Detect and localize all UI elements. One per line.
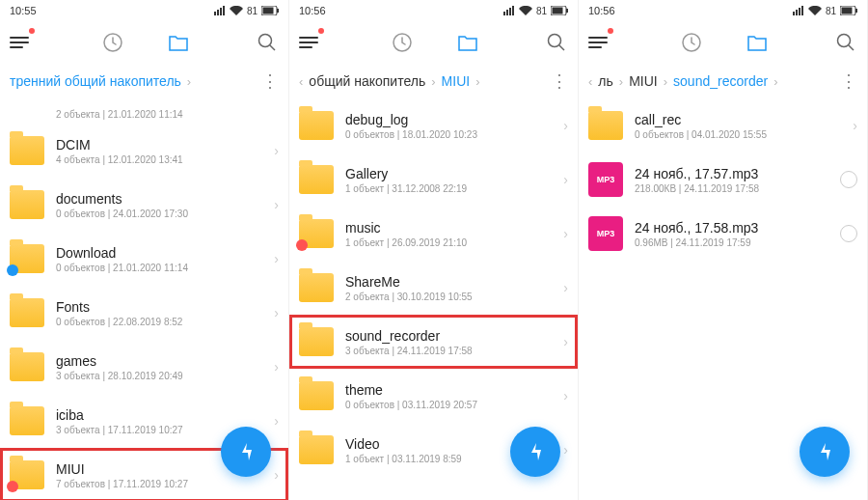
folder-name: DCIM [56, 137, 262, 153]
breadcrumb[interactable]: тренний общий накопитель › ⋮ [0, 64, 288, 98]
svg-rect-7 [566, 9, 568, 13]
crumb-current[interactable]: sound_recorder [673, 73, 768, 89]
select-radio[interactable] [840, 225, 857, 242]
file-row[interactable]: MP3 24 нояб., 17.57.mp3218.00КВ | 24.11.… [579, 153, 867, 207]
fab-button[interactable] [800, 427, 850, 477]
folder-icon [588, 111, 623, 140]
folder-row-highlighted[interactable]: sound_recorder3 объекта | 24.11.2019 17:… [289, 315, 578, 369]
folder-row[interactable]: ShareMe2 объекта | 30.10.2019 10:55 › [289, 261, 578, 315]
chevron-right-icon: › [274, 305, 279, 320]
menu-button[interactable] [10, 30, 35, 55]
breadcrumb-path: тренний общий накопитель › [10, 73, 250, 89]
tab-recent-icon[interactable] [391, 31, 414, 54]
svg-rect-2 [277, 9, 279, 13]
signal-icon [503, 6, 515, 15]
breadcrumb[interactable]: ‹ общий накопитель › MIUI › ⋮ [289, 64, 578, 98]
tab-folder-icon[interactable] [746, 31, 769, 54]
battery-icon [261, 6, 279, 15]
file-row[interactable]: MP3 24 нояб., 17.58.mp30.96МВ | 24.11.20… [579, 207, 867, 261]
menu-button[interactable] [588, 30, 613, 55]
crumb-parent[interactable]: ль [598, 73, 612, 89]
crumb-current[interactable]: тренний общий накопитель [10, 73, 181, 89]
phone-screen-1: 10:55 81 тренний общий накопитель › [0, 0, 289, 500]
breadcrumb-path: ‹ ль › MIUI › sound_recorder › [588, 73, 828, 89]
search-button[interactable] [545, 31, 568, 54]
chevron-right-icon: › [563, 118, 568, 133]
battery-text: 81 [536, 6, 547, 16]
toolbar [289, 21, 578, 64]
folder-name: ShareMe [345, 274, 552, 290]
svg-rect-6 [553, 8, 563, 14]
svg-rect-11 [842, 8, 853, 14]
folder-meta: 3 объекта | 28.10.2019 20:49 [56, 371, 262, 381]
chevron-right-icon: › [431, 74, 435, 89]
chevron-left-icon: ‹ [299, 74, 303, 89]
breadcrumb[interactable]: ‹ ль › MIUI › sound_recorder › ⋮ [579, 64, 867, 98]
chevron-right-icon: › [274, 359, 279, 375]
more-icon[interactable]: ⋮ [840, 70, 857, 92]
statusbar-right: 81 [503, 6, 568, 16]
crumb-parent[interactable]: MIUI [629, 73, 658, 89]
tab-folder-icon[interactable] [456, 31, 479, 54]
chevron-right-icon: › [619, 74, 623, 89]
clean-icon [524, 440, 547, 463]
folder-meta: 3 объекта | 24.11.2019 17:58 [345, 346, 552, 356]
mp3-icon: MP3 [588, 162, 623, 197]
folder-icon [299, 165, 334, 194]
tab-recent-icon[interactable] [680, 31, 703, 54]
folder-icon [10, 406, 44, 435]
folder-row[interactable]: debug_log0 объектов | 18.01.2020 10:23 › [289, 98, 578, 153]
menu-button[interactable] [299, 30, 324, 55]
folder-row[interactable]: Fonts0 объектов | 22.08.2019 8:52 › [0, 286, 288, 340]
chevron-left-icon: ‹ [588, 74, 592, 89]
folder-row[interactable]: theme0 объектов | 03.11.2019 20:57 › [289, 369, 578, 423]
more-icon[interactable]: ⋮ [551, 70, 568, 92]
search-button[interactable] [834, 31, 857, 54]
wifi-icon [808, 6, 822, 15]
folder-row[interactable]: music1 объект | 26.09.2019 21:10 › [289, 207, 578, 261]
chevron-right-icon: › [563, 334, 568, 349]
tab-recent-icon[interactable] [101, 31, 124, 54]
wifi-icon [519, 6, 532, 15]
toolbar [579, 21, 867, 64]
folder-row[interactable]: games3 объекта | 28.10.2019 20:49 › [0, 340, 288, 394]
notification-dot [608, 28, 613, 34]
notification-dot [29, 28, 35, 34]
crumb-parent[interactable]: общий накопитель [309, 73, 425, 89]
folder-name: music [345, 220, 552, 236]
more-icon[interactable]: ⋮ [261, 70, 279, 92]
crumb-current[interactable]: MIUI [442, 73, 471, 89]
folder-row[interactable]: call_rec0 объектов | 04.01.2020 15:55 › [579, 98, 867, 153]
folder-row[interactable]: Gallery1 объект | 31.12.2008 22:19 › [289, 153, 578, 207]
toolbar [0, 21, 288, 64]
clock: 10:56 [299, 5, 326, 16]
folder-badge [7, 481, 18, 492]
phone-screen-3: 10:56 81 ‹ ль › MIUI [579, 0, 868, 500]
svg-point-14 [838, 35, 851, 47]
folder-row[interactable]: documents0 объектов | 24.01.2020 17:30 › [0, 178, 288, 232]
folder-row[interactable]: DCIM4 объекта | 12.01.2020 13:41 › [0, 124, 288, 178]
folder-row[interactable]: Download0 объектов | 21.01.2020 11:14 › [0, 232, 288, 286]
fab-button[interactable] [510, 427, 560, 477]
folder-meta: 0 объектов | 18.01.2020 10:23 [345, 129, 552, 140]
folder-meta: 1 объект | 31.12.2008 22:19 [345, 183, 552, 194]
folder-icon [10, 460, 44, 489]
battery-icon [551, 6, 568, 15]
signal-icon [214, 6, 226, 15]
chevron-right-icon: › [274, 467, 279, 483]
tab-folder-icon[interactable] [167, 31, 190, 54]
battery-text: 81 [826, 6, 836, 16]
chevron-right-icon: › [274, 197, 279, 212]
folder-name: Download [56, 245, 262, 261]
fab-button[interactable] [221, 427, 271, 477]
folder-icon [10, 136, 44, 165]
chevron-right-icon: › [563, 388, 568, 403]
search-button[interactable] [256, 31, 279, 54]
folder-meta: 7 объектов | 17.11.2019 10:27 [56, 479, 262, 489]
folder-icon [10, 298, 44, 327]
statusbar: 10:55 81 [0, 0, 288, 21]
breadcrumb-path: ‹ общий накопитель › MIUI › [299, 73, 539, 89]
mp3-icon: MP3 [588, 216, 623, 251]
toolbar-tabs [391, 31, 479, 54]
select-radio[interactable] [840, 171, 857, 188]
